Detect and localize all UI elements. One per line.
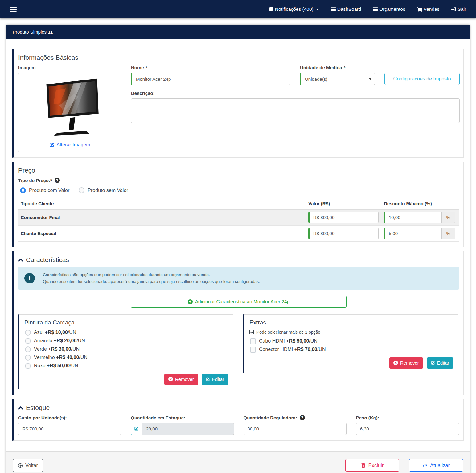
name-label: Nome:* bbox=[131, 65, 290, 70]
discount-input[interactable] bbox=[384, 228, 442, 239]
checkbox-checked-icon[interactable] bbox=[249, 330, 254, 334]
checkbox-unchecked-icon[interactable] bbox=[250, 338, 256, 344]
section-basic-info: Informações Básicas Imagem: bbox=[12, 49, 464, 158]
nav-vendas[interactable]: Vendas bbox=[417, 6, 440, 12]
option-label: Azul +R$ 10,00/UN bbox=[34, 330, 76, 335]
top-navbar: Notificações (400) DashBoard Orçamentos … bbox=[0, 0, 476, 18]
edit-icon bbox=[431, 361, 435, 365]
nav-vendas-label: Vendas bbox=[424, 6, 440, 12]
x-circle-icon: ✕ bbox=[393, 361, 398, 365]
nav-orcamentos[interactable]: Orçamentos bbox=[373, 6, 405, 12]
section-stock: Estoque Custo por Unidade(s): Quantidade… bbox=[12, 399, 464, 441]
features-heading: Características bbox=[26, 256, 69, 263]
feature-group-extras: Extras Pode selecionar mais de 1 opção C… bbox=[243, 314, 458, 373]
discount-input[interactable] bbox=[384, 212, 442, 223]
price-type-label: Tipo de Preço:* bbox=[18, 178, 52, 183]
col-header-discount: Desconto Máximo (%) bbox=[381, 198, 459, 210]
radio-option[interactable]: Vermelho +R$ 40,00/UN bbox=[25, 355, 228, 361]
product-card: Produto Simples 11 Informações Básicas I… bbox=[6, 25, 470, 473]
help-icon[interactable]: ? bbox=[300, 415, 305, 420]
update-label: Atualizar bbox=[430, 463, 450, 468]
edit-icon bbox=[134, 426, 139, 431]
nav-notifications[interactable]: Notificações (400) bbox=[269, 6, 319, 12]
checkbox-option[interactable]: Cabo HDMI +R$ 60,00/UN bbox=[250, 338, 453, 344]
add-feature-button[interactable]: + Adicionar Caracteristica ao Monitor Ac… bbox=[131, 296, 347, 308]
description-label: Descrição: bbox=[131, 91, 460, 96]
tax-settings-button[interactable]: Configurações de Imposto bbox=[384, 73, 460, 85]
regulator-input[interactable] bbox=[244, 423, 347, 435]
price-table: Tipo de Cliente Valor (R$) Desconto Máxi… bbox=[18, 198, 459, 242]
radio-com-valor-label: Produto com Valor bbox=[29, 188, 69, 193]
cost-label: Custo por Unidade(s): bbox=[18, 415, 121, 420]
list-icon bbox=[373, 7, 378, 12]
weight-input[interactable] bbox=[356, 423, 459, 435]
info-icon: i bbox=[24, 273, 35, 283]
radio-unselected-icon[interactable] bbox=[25, 355, 31, 361]
chevron-down-icon bbox=[316, 9, 319, 10]
radio-option[interactable]: Verde +R$ 30,00/UN bbox=[25, 346, 228, 352]
change-image-link[interactable]: Alterar Imagem bbox=[49, 142, 90, 148]
card-footer: Voltar Excluir Atualizar bbox=[6, 451, 470, 473]
radio-unselected-icon[interactable] bbox=[25, 330, 31, 336]
hamburger-menu-icon[interactable] bbox=[10, 6, 17, 13]
multi-select-note[interactable]: Pode selecionar mais de 1 opção bbox=[249, 330, 453, 335]
percent-addon: % bbox=[442, 212, 455, 223]
chevron-down-icon bbox=[369, 78, 371, 80]
back-button[interactable]: Voltar bbox=[13, 459, 43, 472]
option-label: Vermelho +R$ 40,00/UN bbox=[34, 355, 88, 360]
option-label: Amarelo +R$ 20,00/UN bbox=[34, 338, 85, 344]
remove-label: Remover bbox=[400, 360, 419, 365]
nav-dashboard-label: DashBoard bbox=[337, 6, 361, 12]
radio-sem-valor-label: Produto sem Valor bbox=[88, 188, 128, 193]
value-input[interactable] bbox=[308, 228, 379, 239]
nav-orcamentos-label: Orçamentos bbox=[379, 6, 405, 12]
edit-icon bbox=[206, 377, 210, 381]
add-feature-label: Adicionar Caracteristica ao Monitor Acer… bbox=[195, 299, 290, 304]
remove-feature-button[interactable]: ✕ Remover bbox=[164, 374, 198, 385]
update-button[interactable]: Atualizar bbox=[409, 459, 463, 472]
option-label: Conector HDMI +R$ 70,00/UN bbox=[259, 347, 326, 352]
section-features: Características i Características são op… bbox=[12, 251, 464, 395]
radio-option[interactable]: Azul +R$ 10,00/UN bbox=[25, 330, 228, 336]
radio-produto-com-valor[interactable]: Produto com Valor bbox=[20, 187, 69, 193]
description-textarea[interactable] bbox=[131, 98, 460, 123]
nav-sair[interactable]: Sair bbox=[451, 6, 466, 12]
help-icon[interactable]: ? bbox=[55, 178, 60, 183]
name-input[interactable] bbox=[131, 73, 290, 85]
option-label: Roxo +R$ 50,00/UN bbox=[34, 363, 78, 369]
remove-feature-button[interactable]: ✕ Remover bbox=[389, 357, 423, 369]
edit-icon bbox=[49, 142, 54, 147]
image-label: Imagem: bbox=[18, 65, 121, 70]
back-label: Voltar bbox=[25, 463, 38, 468]
delete-button[interactable]: Excluir bbox=[345, 459, 399, 472]
checkbox-option[interactable]: Conector HDMI +R$ 70,00/UN bbox=[250, 347, 453, 353]
x-circle-icon: ✕ bbox=[168, 377, 173, 381]
radio-unselected-icon[interactable] bbox=[25, 338, 31, 344]
unit-label: Unidade de Medida:* bbox=[300, 65, 375, 70]
sign-out-icon bbox=[451, 7, 456, 12]
trash-icon bbox=[361, 463, 366, 468]
weight-label: Peso (Kg): bbox=[356, 415, 459, 420]
radio-selected-icon[interactable] bbox=[20, 187, 26, 193]
checkbox-unchecked-icon[interactable] bbox=[250, 347, 256, 353]
edit-feature-button[interactable]: Editar bbox=[202, 374, 228, 385]
chevron-up-icon[interactable] bbox=[18, 406, 23, 410]
value-input[interactable] bbox=[308, 212, 379, 223]
info-line-1: Características são opções que podem ser… bbox=[43, 271, 260, 278]
price-heading: Preço bbox=[18, 167, 459, 174]
page-title-text: Produto Simples bbox=[13, 29, 48, 35]
radio-unselected-icon[interactable] bbox=[79, 187, 84, 193]
unit-select[interactable]: Unidade(s) bbox=[300, 73, 375, 85]
radio-produto-sem-valor[interactable]: Produto sem Valor bbox=[79, 187, 128, 193]
edit-quantity-button[interactable] bbox=[131, 423, 142, 435]
radio-unselected-icon[interactable] bbox=[25, 363, 31, 369]
nav-dashboard[interactable]: DashBoard bbox=[331, 6, 361, 12]
cart-icon bbox=[417, 7, 422, 12]
edit-feature-button[interactable]: Editar bbox=[427, 357, 453, 369]
stock-heading: Estoque bbox=[26, 404, 50, 411]
chevron-up-icon[interactable] bbox=[18, 258, 23, 262]
radio-unselected-icon[interactable] bbox=[25, 346, 31, 352]
cost-input[interactable] bbox=[18, 423, 121, 435]
radio-option[interactable]: Amarelo +R$ 20,00/UN bbox=[25, 338, 228, 344]
radio-option[interactable]: Roxo +R$ 50,00/UN bbox=[25, 363, 228, 369]
